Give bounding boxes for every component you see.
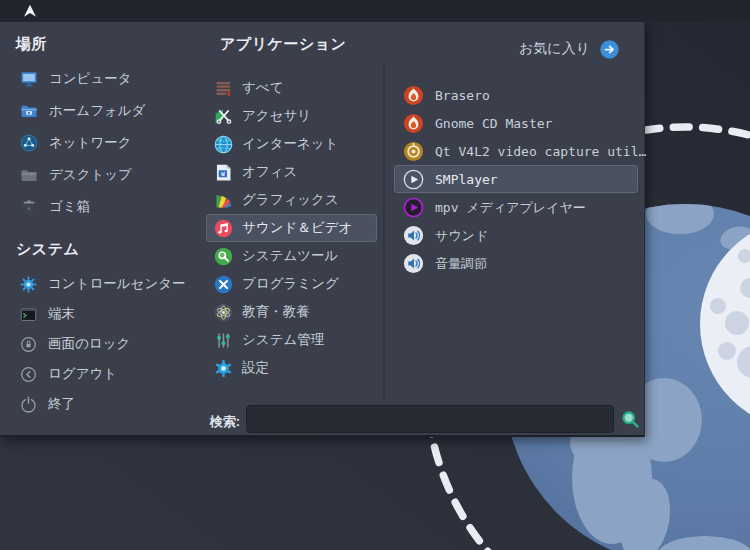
trash-icon bbox=[19, 197, 39, 217]
item-label: アクセサリ bbox=[242, 109, 311, 123]
places-item[interactable]: デスクトップ bbox=[14, 159, 204, 191]
app-category-item[interactable]: システム管理 bbox=[206, 326, 377, 354]
svg-text:W: W bbox=[221, 170, 225, 176]
item-label: ネットワーク bbox=[49, 136, 132, 150]
item-label: グラフィックス bbox=[242, 193, 339, 207]
volume-icon bbox=[402, 252, 425, 275]
app-category-item[interactable]: Wオフィス bbox=[206, 158, 377, 186]
system-tools-icon bbox=[213, 246, 234, 267]
programming-icon bbox=[213, 274, 234, 295]
item-label: プログラミング bbox=[242, 277, 339, 291]
places-header: 場所 bbox=[16, 35, 47, 54]
qt-v4l2-icon bbox=[402, 140, 425, 163]
control-center-icon bbox=[19, 275, 38, 294]
system-item[interactable]: 画面のロック bbox=[14, 329, 204, 359]
cd-master-icon bbox=[402, 112, 425, 135]
education-icon bbox=[213, 302, 234, 323]
graphics-icon bbox=[213, 190, 234, 211]
favorites-arrow-icon bbox=[599, 39, 620, 60]
item-label: Brasero bbox=[435, 89, 490, 102]
mpv-icon bbox=[402, 196, 425, 219]
office-icon: W bbox=[213, 162, 234, 183]
settings-icon bbox=[213, 358, 234, 379]
app-category-item[interactable]: インターネット bbox=[206, 130, 377, 158]
item-label: 設定 bbox=[242, 361, 269, 375]
search-input[interactable] bbox=[246, 405, 614, 433]
item-label: サウンド＆ビデオ bbox=[242, 221, 352, 235]
app-category-item[interactable]: プログラミング bbox=[206, 270, 377, 298]
menu-popup: 場所 コンピュータホームフォルダネットワークデスクトップゴミ箱 システム コント… bbox=[0, 22, 645, 437]
top-panel bbox=[0, 0, 750, 22]
item-label: コントロールセンター bbox=[48, 277, 186, 291]
places-item[interactable]: コンピュータ bbox=[14, 63, 204, 95]
item-label: デスクトップ bbox=[49, 168, 132, 182]
item-label: 画面のロック bbox=[48, 337, 130, 351]
administration-icon bbox=[213, 330, 234, 351]
app-category-item[interactable]: 教育・教養 bbox=[206, 298, 377, 326]
item-label: コンピュータ bbox=[49, 72, 132, 86]
item-label: システムツール bbox=[242, 249, 338, 263]
places-item[interactable]: ゴミ箱 bbox=[14, 191, 204, 223]
accessories-icon bbox=[213, 106, 234, 127]
applications-header: アプリケーション bbox=[220, 35, 346, 54]
item-label: 終了 bbox=[48, 397, 75, 411]
item-label: ログアウト bbox=[48, 367, 117, 381]
app-item[interactable]: mpv メディアプレイヤー bbox=[394, 193, 638, 221]
desktop-icon bbox=[19, 165, 39, 185]
places-item[interactable]: ホームフォルダ bbox=[14, 95, 204, 127]
item-label: すべて bbox=[242, 81, 283, 95]
system-item[interactable]: 端末 bbox=[14, 299, 204, 329]
home-folder-icon bbox=[19, 101, 39, 121]
item-label: Gnome CD Master bbox=[435, 117, 552, 130]
item-label: 端末 bbox=[48, 307, 75, 321]
item-label: mpv メディアプレイヤー bbox=[435, 201, 586, 214]
column-divider bbox=[383, 64, 385, 400]
item-label: ホームフォルダ bbox=[49, 104, 145, 118]
item-label: SMPlayer bbox=[435, 173, 498, 186]
app-category-item[interactable]: グラフィックス bbox=[206, 186, 377, 214]
menu-logo-icon[interactable] bbox=[20, 2, 40, 20]
item-label: インターネット bbox=[242, 137, 338, 151]
app-item[interactable]: Gnome CD Master bbox=[394, 109, 638, 137]
places-list: コンピュータホームフォルダネットワークデスクトップゴミ箱 bbox=[14, 63, 204, 223]
system-header: システム bbox=[16, 240, 79, 259]
app-category-item[interactable]: システムツール bbox=[206, 242, 377, 270]
system-item[interactable]: ログアウト bbox=[14, 359, 204, 389]
internet-icon bbox=[213, 134, 234, 155]
app-item[interactable]: サウンド bbox=[394, 221, 638, 249]
terminal-icon bbox=[19, 305, 38, 324]
search-label: 検索: bbox=[140, 413, 240, 431]
system-list: コントロールセンター端末画面のロックログアウト終了 bbox=[14, 269, 204, 419]
item-label: ゴミ箱 bbox=[49, 200, 90, 214]
app-item[interactable]: Brasero bbox=[394, 81, 638, 109]
computer-icon bbox=[19, 69, 39, 89]
item-label: オフィス bbox=[242, 165, 297, 179]
item-label: システム管理 bbox=[242, 333, 324, 347]
app-category-item[interactable]: 設定 bbox=[206, 354, 377, 382]
logout-icon bbox=[19, 365, 38, 384]
app-category-item[interactable]: アクセサリ bbox=[206, 102, 377, 130]
application-categories-list: すべてアクセサリインターネットWオフィスグラフィックスサウンド＆ビデオシステムツ… bbox=[206, 74, 377, 382]
favorites-button[interactable]: お気に入り bbox=[460, 36, 620, 62]
app-category-item[interactable]: サウンド＆ビデオ bbox=[206, 214, 377, 242]
app-category-item[interactable]: すべて bbox=[206, 74, 377, 102]
shutdown-icon bbox=[19, 395, 38, 414]
network-icon bbox=[19, 133, 39, 153]
item-label: 音量調節 bbox=[435, 257, 487, 270]
sound-icon bbox=[402, 224, 425, 247]
search-icon[interactable] bbox=[620, 409, 641, 430]
brasero-icon bbox=[402, 84, 425, 107]
app-item[interactable]: SMPlayer bbox=[394, 165, 638, 193]
item-label: 教育・教養 bbox=[242, 305, 310, 319]
places-item[interactable]: ネットワーク bbox=[14, 127, 204, 159]
item-label: サウンド bbox=[435, 229, 488, 242]
sound-video-icon bbox=[213, 218, 234, 239]
app-item[interactable]: 音量調節 bbox=[394, 249, 638, 277]
favorites-label: お気に入り bbox=[519, 40, 590, 58]
app-item[interactable]: Qt V4L2 video capture util… bbox=[394, 137, 638, 165]
item-label: Qt V4L2 video capture util… bbox=[435, 145, 646, 158]
lock-screen-icon bbox=[19, 335, 38, 354]
application-results-list: BraseroGnome CD MasterQt V4L2 video capt… bbox=[394, 81, 638, 277]
system-item[interactable]: コントロールセンター bbox=[14, 269, 204, 299]
smplayer-icon bbox=[402, 168, 425, 191]
